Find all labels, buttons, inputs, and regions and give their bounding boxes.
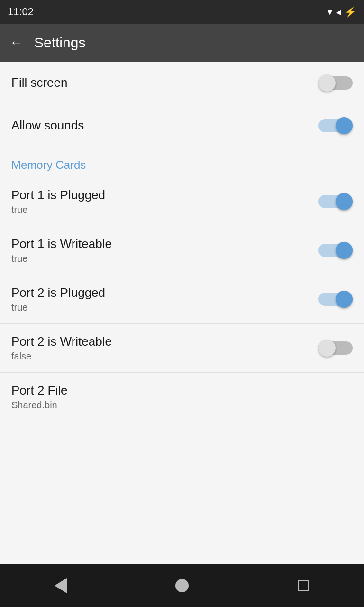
back-button[interactable]: ← (9, 35, 23, 50)
setting-port1-plugged-text: Port 1 is Plugged true (11, 188, 105, 215)
nav-home-icon (175, 579, 189, 592)
setting-port1-plugged[interactable]: Port 1 is Plugged true (0, 177, 364, 226)
setting-port1-plugged-value: true (11, 204, 105, 215)
setting-port2-file-label: Port 2 File (11, 383, 68, 398)
toggle-port1-plugged[interactable] (318, 193, 353, 210)
status-bar: 11:02 ▾ ◂ ⚡ (0, 0, 364, 24)
nav-recent-icon (298, 580, 309, 591)
setting-allow-sounds[interactable]: Allow sounds (0, 104, 364, 147)
setting-fill-screen-label: Fill screen (11, 75, 67, 90)
setting-fill-screen-text: Fill screen (11, 75, 67, 90)
setting-port1-plugged-label: Port 1 is Plugged (11, 188, 105, 202)
toggle-port1-plugged-thumb (336, 193, 353, 210)
nav-bar (0, 564, 364, 607)
section-header-memory-cards: Memory Cards (0, 147, 364, 177)
signal-icon: ◂ (336, 6, 341, 18)
battery-icon: ⚡ (345, 6, 356, 18)
wifi-icon: ▾ (328, 6, 332, 18)
toggle-port2-writeable-thumb (318, 340, 336, 357)
setting-port2-writeable-label: Port 2 is Writeable (11, 334, 112, 349)
back-icon: ← (9, 35, 23, 50)
setting-port2-file-value: Shared.bin (11, 400, 68, 411)
toggle-fill-screen[interactable] (318, 74, 353, 92)
settings-list: Fill screen Allow sounds Memory Cards Po… (0, 62, 364, 564)
section-header-label: Memory Cards (11, 158, 86, 171)
setting-port2-writeable-value: false (11, 351, 112, 362)
setting-allow-sounds-text: Allow sounds (11, 118, 84, 133)
setting-fill-screen[interactable]: Fill screen (0, 62, 364, 104)
app-bar: ← Settings (0, 24, 364, 62)
toggle-port2-plugged-thumb (336, 291, 353, 308)
toggle-fill-screen-thumb (318, 74, 336, 92)
toggle-allow-sounds-thumb (336, 117, 353, 134)
setting-port2-plugged[interactable]: Port 2 is Plugged true (0, 275, 364, 324)
toggle-allow-sounds[interactable] (318, 117, 353, 134)
setting-port2-plugged-value: true (11, 302, 105, 313)
nav-back-icon (55, 578, 67, 593)
setting-port2-file[interactable]: Port 2 File Shared.bin (0, 373, 364, 421)
status-icons: ▾ ◂ ⚡ (328, 6, 356, 18)
toggle-port1-writeable[interactable] (318, 242, 353, 259)
setting-port2-writeable[interactable]: Port 2 is Writeable false (0, 324, 364, 373)
setting-port2-writeable-text: Port 2 is Writeable false (11, 334, 112, 362)
nav-home-button[interactable] (168, 571, 196, 600)
nav-back-button[interactable] (46, 571, 75, 600)
setting-port1-writeable-text: Port 1 is Writeable true (11, 237, 112, 264)
setting-port1-writeable-label: Port 1 is Writeable (11, 237, 112, 251)
toggle-port1-writeable-thumb (336, 242, 353, 259)
setting-port2-file-text: Port 2 File Shared.bin (11, 383, 68, 411)
setting-port2-plugged-text: Port 2 is Plugged true (11, 285, 105, 313)
toggle-port2-writeable[interactable] (318, 340, 353, 357)
setting-port1-writeable-value: true (11, 253, 112, 264)
toggle-port2-plugged[interactable] (318, 291, 353, 308)
nav-recent-button[interactable] (289, 571, 318, 600)
setting-port1-writeable[interactable]: Port 1 is Writeable true (0, 226, 364, 275)
time: 11:02 (8, 6, 34, 18)
setting-port2-plugged-label: Port 2 is Plugged (11, 285, 105, 300)
page-title: Settings (34, 35, 85, 51)
setting-allow-sounds-label: Allow sounds (11, 118, 84, 133)
